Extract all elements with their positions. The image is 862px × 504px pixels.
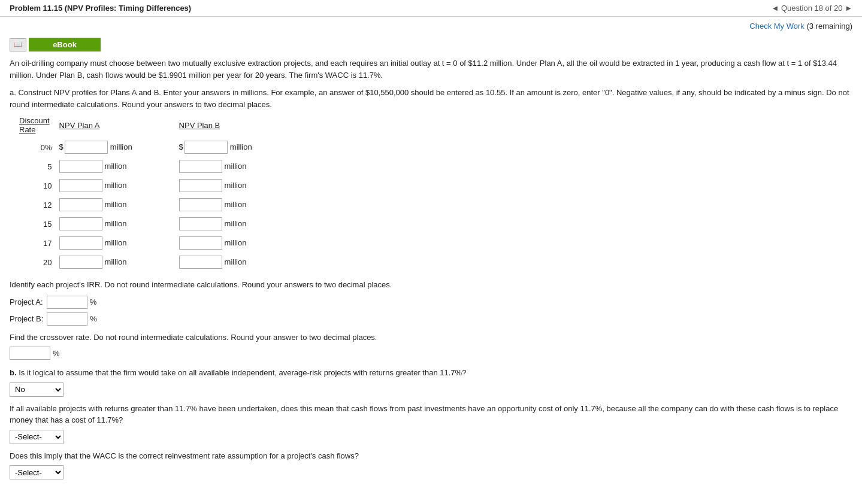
table-row: 17millionmillion [19,233,299,253]
table-row: 0%$million$million [19,138,299,157]
discount-rate-cell: 0% [19,138,59,157]
crossover-rate-input[interactable] [10,347,50,360]
npv-b-cell: million [179,233,299,253]
irr-section: Identify each project's IRR. Do not roun… [10,279,852,326]
question-nav[interactable]: ◄ Question 18 of 20 ► [771,4,852,13]
npv-b-input[interactable] [179,160,222,173]
npv-a-input[interactable] [59,217,102,230]
project-a-irr-input[interactable] [47,296,87,309]
header-npv-a: NPV Plan A [59,115,179,138]
npv-b-cell: million [179,157,299,176]
ebook-button[interactable]: eBook [29,38,101,51]
unit-label-b: million [225,219,247,228]
table-row: 20millionmillion [19,253,299,272]
unit-label-b: million [225,181,247,190]
project-a-label: Project A: [10,297,43,306]
ebook-bar: 📖 eBook [10,38,852,51]
check-my-work-link[interactable]: Check My Work [749,22,804,31]
part-b-label: b. [10,368,17,377]
npv-table: Discount Rate NPV Plan A NPV Plan B 0%$m… [19,115,299,272]
unit-label-a: million [105,238,127,247]
identify-irr-text: Identify each project's IRR. Do not roun… [10,279,852,291]
discount-rate-cell: 20 [19,253,59,272]
followup2-text: Does this imply that the WACC is the cor… [10,450,852,462]
npv-b-cell: million [179,214,299,233]
followup1-dropdown[interactable]: -Select- Yes No [10,430,63,444]
unit-label-a: million [110,142,132,151]
dollar-sign-b: $ [179,142,183,151]
npv-b-input[interactable] [179,179,222,192]
unit-label-a: million [105,200,127,209]
npv-b-input[interactable] [179,256,222,269]
npv-b-cell: million [179,253,299,272]
unit-label-b: million [225,257,247,266]
problem-text: An oil-drilling company must choose betw… [10,57,852,81]
project-a-irr-row: Project A: % [10,296,852,309]
npv-a-cell: million [59,195,179,214]
unit-label-a: million [105,257,127,266]
unit-label-b: million [225,238,247,247]
npv-b-input[interactable] [179,217,222,230]
npv-b-cell: $million [179,138,299,157]
table-row: 10millionmillion [19,176,299,195]
problem-title: Problem 11.15 (NPV Profiles: Timing Diff… [10,4,191,13]
npv-a-cell: million [59,253,179,272]
find-crossover-text: Find the crossover rate. Do not round in… [10,332,852,344]
crossover-row: % [10,347,852,360]
part-a-instruction-text: Construct NPV profiles for Plans A and B… [10,88,849,109]
part-b-question-text: Is it logical to assume that the firm wo… [19,368,466,377]
npv-b-input[interactable] [179,198,222,211]
part-b-section: b. Is it logical to assume that the firm… [10,367,852,397]
crossover-section: Find the crossover rate. Do not round in… [10,332,852,360]
followup2-dropdown[interactable]: -Select- Yes No [10,465,63,479]
npv-b-input[interactable] [179,236,222,250]
unit-label-a: million [105,219,127,228]
ebook-icon: 📖 [10,38,26,51]
unit-label-b: million [225,162,247,171]
followup1-section: If all available projects with returns g… [10,403,852,444]
npv-a-cell: million [59,176,179,195]
project-a-pct: % [90,297,97,306]
main-content: 📖 eBook An oil-drilling company must cho… [0,33,862,495]
table-row: 15millionmillion [19,214,299,233]
part-b-select-row: No Yes [10,382,852,397]
header-discount-rate: Discount Rate [19,115,59,138]
npv-a-input[interactable] [65,141,108,154]
discount-rate-cell: 5 [19,157,59,176]
dollar-sign-a: $ [59,142,63,151]
npv-b-input[interactable] [185,141,228,154]
remaining-label: (3 remaining) [806,22,852,31]
part-a-label: a. [10,88,16,97]
followup1-select-row: -Select- Yes No [10,430,852,444]
npv-a-cell: million [59,214,179,233]
crossover-pct: % [53,349,60,358]
top-bar: Problem 11.15 (NPV Profiles: Timing Diff… [0,0,862,17]
npv-a-input[interactable] [59,160,102,173]
followup1-text: If all available projects with returns g… [10,403,852,426]
project-b-pct: % [90,314,97,323]
project-b-label: Project B: [10,314,43,323]
npv-a-input[interactable] [59,179,102,192]
followup2-section: Does this imply that the WACC is the cor… [10,450,852,480]
part-b-question: b. Is it logical to assume that the firm… [10,367,852,379]
header-npv-b: NPV Plan B [179,115,299,138]
table-row: 5millionmillion [19,157,299,176]
npv-a-input[interactable] [59,198,102,211]
part-b-dropdown[interactable]: No Yes [10,382,63,397]
unit-label-b: million [230,142,252,151]
part-a-instructions: a. Construct NPV profiles for Plans A an… [10,87,852,110]
find-crossover-span: Find the crossover rate. Do not round in… [10,333,377,342]
project-b-irr-input[interactable] [47,312,87,326]
project-b-irr-row: Project B: % [10,312,852,326]
unit-label-a: million [105,181,127,190]
npv-b-cell: million [179,176,299,195]
npv-b-cell: million [179,195,299,214]
npv-table-section: Discount Rate NPV Plan A NPV Plan B 0%$m… [19,115,852,272]
check-my-work-section: Check My Work (3 remaining) [0,17,862,33]
npv-a-cell: $million [59,138,179,157]
table-row: 12millionmillion [19,195,299,214]
npv-a-cell: million [59,157,179,176]
unit-label-b: million [225,200,247,209]
npv-a-input[interactable] [59,236,102,250]
npv-a-input[interactable] [59,256,102,269]
